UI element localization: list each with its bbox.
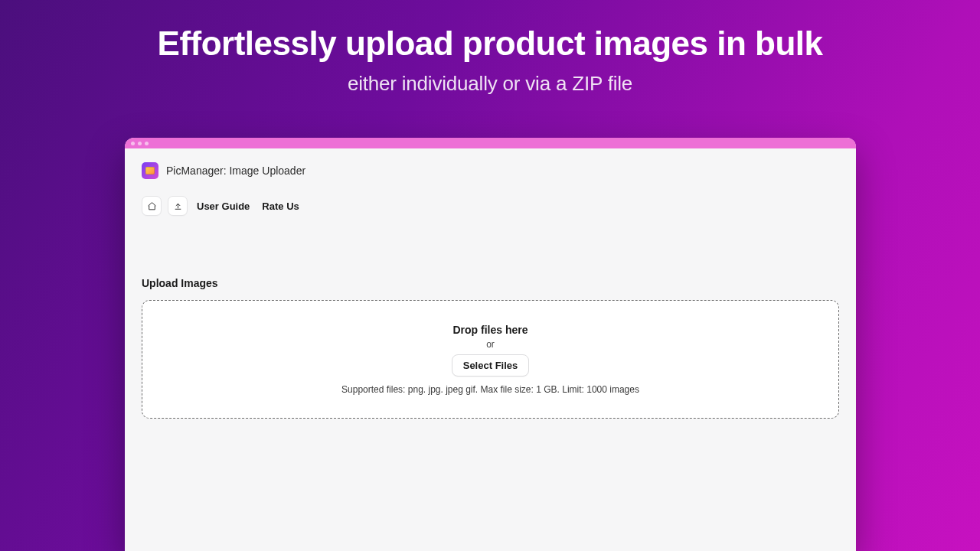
upload-section-title: Upload Images	[142, 277, 839, 289]
app-logo-icon	[142, 162, 158, 179]
app-body: PicManager: Image Uploader User Guide Ra…	[125, 148, 856, 419]
upload-nav-button[interactable]	[168, 196, 188, 216]
traffic-light-dot	[145, 142, 149, 145]
app-brand: PicManager: Image Uploader	[142, 162, 839, 179]
app-window: PicManager: Image Uploader User Guide Ra…	[125, 138, 856, 551]
app-logo-inner	[145, 167, 155, 174]
traffic-light-dot	[138, 142, 142, 145]
dropzone-or: or	[486, 339, 495, 350]
window-titlebar	[125, 138, 856, 148]
home-button[interactable]	[142, 196, 162, 216]
upload-icon	[173, 201, 183, 211]
rate-us-link[interactable]: Rate Us	[259, 197, 302, 215]
dropzone-title: Drop files here	[452, 324, 528, 336]
upload-dropzone[interactable]: Drop files here or Select Files Supporte…	[142, 300, 839, 419]
select-files-button[interactable]: Select Files	[452, 354, 530, 377]
app-title: PicManager: Image Uploader	[166, 165, 305, 177]
hero-subhead: either individually or via a ZIP file	[0, 72, 980, 96]
toolbar: User Guide Rate Us	[142, 196, 839, 216]
dropzone-hint: Supported files: png. jpg. jpeg gif. Max…	[341, 384, 639, 395]
hero-headline: Effortlessly upload product images in bu…	[0, 24, 980, 63]
traffic-light-dot	[131, 142, 135, 145]
marketing-hero: Effortlessly upload product images in bu…	[0, 0, 980, 96]
user-guide-link[interactable]: User Guide	[194, 197, 253, 215]
home-icon	[147, 201, 157, 211]
